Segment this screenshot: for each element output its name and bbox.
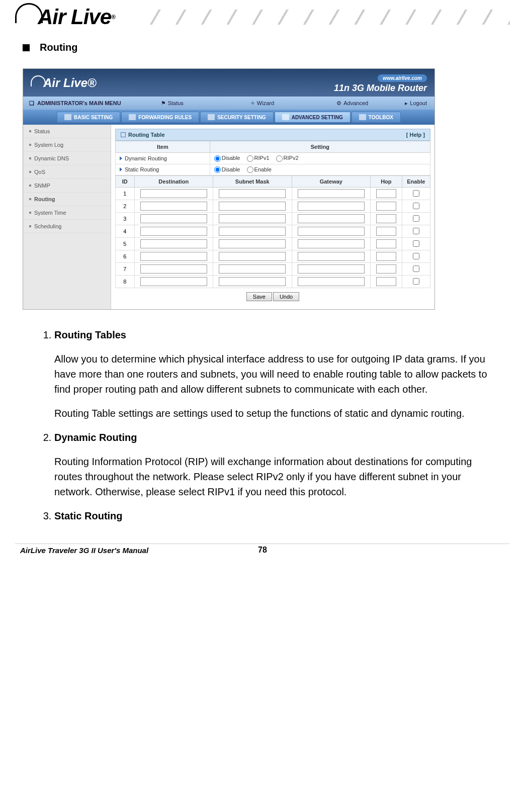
gateway-input[interactable]: [298, 264, 365, 274]
menu-status[interactable]: ⚑Status: [127, 100, 217, 107]
static-disable-option[interactable]: Disable: [214, 166, 240, 172]
dynamic-ripv1-radio[interactable]: [247, 155, 253, 162]
bullet-icon: [29, 157, 31, 159]
dynamic-routing-label: Dynamic Routing: [125, 155, 167, 161]
doc-list-item: Dynamic RoutingRouting Information Proto…: [54, 430, 495, 499]
hop-input[interactable]: [376, 189, 396, 198]
routes-table: ID Destination Subnet Mask Gateway Hop E…: [115, 175, 430, 288]
hop-input[interactable]: [376, 264, 396, 274]
tab-bar: BASIC SETTING FORWARDING RULES SECURITY …: [23, 110, 434, 125]
static-enable-radio[interactable]: [247, 166, 253, 173]
sidebar-item-scheduling[interactable]: Scheduling: [23, 220, 111, 233]
gateway-input[interactable]: [298, 202, 365, 211]
col-item: Item: [116, 141, 210, 153]
gateway-input[interactable]: [298, 239, 365, 248]
enable-checkbox[interactable]: [413, 265, 419, 272]
enable-checkbox[interactable]: [413, 278, 419, 285]
subnet-input[interactable]: [219, 227, 286, 236]
undo-button[interactable]: Undo: [273, 292, 299, 301]
router-ui-screenshot: Air Live® www.airlive.com 11n 3G Mobile …: [23, 68, 435, 310]
subnet-input[interactable]: [219, 252, 286, 261]
enable-checkbox[interactable]: [413, 190, 419, 197]
destination-input[interactable]: [140, 239, 207, 248]
toolbox-icon: [359, 114, 366, 120]
sidebar-item-routing[interactable]: Routing: [23, 193, 111, 206]
route-row: 7: [116, 263, 430, 276]
destination-input[interactable]: [140, 202, 207, 211]
menu-advanced[interactable]: ⚙Advanced: [307, 100, 397, 107]
enable-checkbox[interactable]: [413, 253, 419, 259]
header-decoration: [135, 10, 510, 25]
forward-icon: [129, 114, 136, 120]
content-panel: Routing Table [ Help ] Item Setting Dyna…: [111, 125, 434, 309]
route-id: 4: [116, 225, 135, 238]
enable-checkbox[interactable]: [413, 228, 419, 234]
gateway-input[interactable]: [298, 189, 365, 198]
gateway-input[interactable]: [298, 252, 365, 261]
airlive-logo: Air Live ®: [15, 5, 115, 29]
tab-security-setting[interactable]: SECURITY SETTING: [200, 112, 274, 123]
dynamic-ripv1-option[interactable]: RIPv1: [247, 155, 270, 161]
col-subnet: Subnet Mask: [213, 176, 292, 188]
ui-logo: Air Live®: [31, 76, 97, 90]
subnet-input[interactable]: [219, 214, 286, 223]
subnet-input[interactable]: [219, 264, 286, 274]
menu-wizard[interactable]: ✧Wizard: [217, 100, 307, 107]
sidebar-item-dynamic-dns[interactable]: Dynamic DNS: [23, 152, 111, 165]
tab-forwarding-rules[interactable]: FORWARDING RULES: [121, 112, 199, 123]
enable-checkbox[interactable]: [413, 240, 419, 247]
sidebar-item-qos[interactable]: QoS: [23, 165, 111, 179]
subnet-input[interactable]: [219, 202, 286, 211]
basic-icon: [64, 114, 71, 120]
hop-input[interactable]: [376, 239, 396, 248]
hop-input[interactable]: [376, 202, 396, 211]
dynamic-ripv2-radio[interactable]: [276, 155, 283, 162]
static-disable-radio[interactable]: [214, 166, 221, 173]
destination-input[interactable]: [140, 252, 207, 261]
enable-checkbox[interactable]: [413, 203, 419, 209]
dynamic-ripv2-option[interactable]: RIPv2: [276, 155, 299, 161]
save-button[interactable]: Save: [246, 292, 272, 301]
col-id: ID: [116, 176, 135, 188]
help-link[interactable]: [ Help ]: [406, 132, 425, 138]
sidebar-item-system-time[interactable]: System Time: [23, 206, 111, 220]
page-footer: AirLive Traveler 3G II User's Manual 78: [15, 544, 510, 555]
destination-input[interactable]: [140, 264, 207, 274]
destination-input[interactable]: [140, 227, 207, 236]
bullet-icon: [29, 144, 31, 146]
section-heading: Routing: [23, 42, 510, 53]
static-enable-option[interactable]: Enable: [247, 166, 272, 172]
doc-item-title: Static Routing: [54, 508, 495, 523]
logout-link[interactable]: ▸ Logout: [397, 100, 434, 107]
ui-url-badge: www.airlive.com: [378, 74, 427, 82]
panel-header: Routing Table [ Help ]: [115, 129, 430, 141]
hop-input[interactable]: [376, 227, 396, 236]
sidebar-item-snmp[interactable]: SNMP: [23, 179, 111, 193]
destination-input[interactable]: [140, 189, 207, 198]
bullet-icon: [29, 225, 31, 227]
gateway-input[interactable]: [298, 227, 365, 236]
subnet-input[interactable]: [219, 277, 286, 286]
sidebar-item-system-log[interactable]: System Log: [23, 138, 111, 152]
tab-basic-setting[interactable]: BASIC SETTING: [57, 112, 120, 123]
registered-mark: ®: [111, 14, 115, 21]
tab-advanced-setting[interactable]: ADVANCED SETTING: [275, 112, 351, 123]
enable-checkbox[interactable]: [413, 215, 419, 222]
config-table: Item Setting Dynamic Routing Disable RIP…: [115, 141, 430, 175]
doc-item-title: Routing Tables: [54, 327, 495, 342]
destination-input[interactable]: [140, 277, 207, 286]
gateway-input[interactable]: [298, 277, 365, 286]
sidebar-item-status[interactable]: Status: [23, 125, 111, 138]
dynamic-disable-option[interactable]: Disable: [214, 155, 240, 161]
tab-toolbox[interactable]: TOOLBOX: [352, 112, 401, 123]
hop-input[interactable]: [376, 277, 396, 286]
gateway-input[interactable]: [298, 214, 365, 223]
subnet-input[interactable]: [219, 239, 286, 248]
hop-input[interactable]: [376, 252, 396, 261]
hop-input[interactable]: [376, 214, 396, 223]
panel-icon: [121, 132, 126, 137]
destination-input[interactable]: [140, 214, 207, 223]
ui-banner: Air Live® www.airlive.com 11n 3G Mobile …: [23, 69, 434, 97]
dynamic-disable-radio[interactable]: [214, 155, 221, 162]
subnet-input[interactable]: [219, 189, 286, 198]
